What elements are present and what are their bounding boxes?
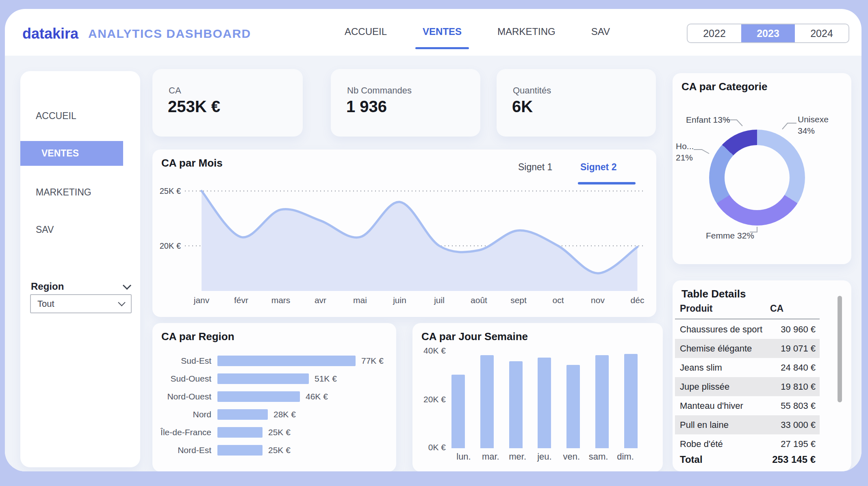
table-cell-produit: Manteau d'hiver bbox=[675, 401, 764, 411]
y-axis-tick: 40K € bbox=[417, 346, 446, 356]
year-toggle-group: 202220232024 bbox=[687, 24, 849, 43]
weekday-bar[interactable] bbox=[624, 354, 638, 448]
region-bar-label: Nord bbox=[161, 410, 217, 419]
x-axis-tick: dim. bbox=[613, 451, 638, 462]
region-bar-row: Île-de-France25K € bbox=[161, 423, 388, 441]
region-select-value: Tout bbox=[37, 299, 54, 309]
year-button-2024[interactable]: 2024 bbox=[795, 24, 848, 42]
region-bar-label: Sud-Est bbox=[161, 356, 217, 366]
nav-item-marketing[interactable]: MARKETING bbox=[495, 9, 558, 54]
y-axis-tick: 25K € bbox=[160, 187, 181, 195]
region-bar[interactable] bbox=[217, 427, 263, 438]
kpi-card-3: Quantités6K bbox=[497, 69, 656, 137]
region-bar-value: 77K € bbox=[361, 356, 384, 366]
region-bar-label: Île-de-France bbox=[161, 427, 217, 437]
kpi-label: Quantités bbox=[513, 85, 551, 96]
region-bar-label: Nord-Est bbox=[161, 445, 217, 455]
sidebar-item-ventes[interactable]: VENTES bbox=[20, 141, 123, 166]
x-axis-tick: sam. bbox=[586, 451, 611, 462]
table-total-label: Total bbox=[675, 454, 772, 465]
x-axis-tick: ven. bbox=[559, 451, 584, 462]
top-nav: ACCUEILVENTESMARKETINGSAV bbox=[342, 9, 612, 54]
table-cell-produit: Chaussures de sport bbox=[675, 324, 764, 335]
region-filter-header[interactable]: Region bbox=[31, 281, 130, 292]
table-cell-ca: 24 840 € bbox=[764, 362, 820, 373]
nav-item-sav[interactable]: SAV bbox=[589, 9, 612, 54]
region-bar[interactable] bbox=[217, 373, 309, 384]
area-chart-canvas: 25K €20K €janvfévrmarsavrmaijuinjuilaoût… bbox=[152, 150, 656, 317]
table-header-ca: CA bbox=[770, 303, 820, 314]
sidebar-item-marketing[interactable]: MARKETING bbox=[36, 187, 91, 198]
kpi-value: 253K € bbox=[168, 98, 220, 116]
x-axis-tick: juil bbox=[434, 295, 445, 305]
kpi-label: Nb Commandes bbox=[347, 85, 412, 96]
table-cell-produit: Robe d'été bbox=[675, 439, 764, 448]
card-ca-par-jour-semaine: CA par Jour Semaine 40K €20K €0K € lun.m… bbox=[412, 323, 663, 471]
donut-chart[interactable] bbox=[709, 130, 805, 226]
x-axis-tick: août bbox=[471, 295, 487, 305]
kpi-card-2: Nb Commandes1 936 bbox=[331, 69, 480, 137]
region-bar[interactable] bbox=[217, 409, 268, 420]
donut-label-homme: Ho...21% bbox=[676, 141, 694, 163]
nav-item-ventes[interactable]: VENTES bbox=[420, 9, 464, 54]
x-axis-tick: déc bbox=[631, 295, 644, 305]
year-button-2023[interactable]: 2023 bbox=[741, 24, 795, 42]
region-select[interactable]: Tout bbox=[30, 294, 132, 313]
chart-title: CA par Jour Semaine bbox=[421, 330, 528, 343]
year-button-2022[interactable]: 2022 bbox=[688, 24, 741, 42]
table-cell-produit: Jeans slim bbox=[675, 362, 764, 373]
table-cell-produit: Pull en laine bbox=[675, 420, 764, 430]
x-axis-tick: févr bbox=[234, 295, 248, 305]
x-axis-tick: oct bbox=[552, 295, 564, 305]
region-bar[interactable] bbox=[217, 391, 300, 402]
region-filter-label: Region bbox=[31, 281, 64, 292]
donut-label-enfant: Enfant 13% bbox=[686, 114, 730, 126]
x-axis-tick: jeu. bbox=[532, 451, 557, 462]
table-total-row: Total 253 145 € bbox=[675, 450, 820, 469]
region-bar-row: Nord-Est25K € bbox=[161, 441, 388, 459]
table-row: Chaussures de sport30 960 € bbox=[675, 320, 820, 339]
sidebar-item-sav[interactable]: SAV bbox=[36, 224, 54, 235]
sidebar: ACCUEILVENTESMARKETINGSAV Region Tout bbox=[20, 71, 140, 467]
table-row: Jupe plissée19 810 € bbox=[675, 377, 820, 396]
chevron-down-icon bbox=[118, 299, 125, 306]
table-total-value: 253 145 € bbox=[772, 454, 820, 465]
region-bar[interactable] bbox=[217, 356, 356, 366]
region-bar-label: Nord-Ouest bbox=[161, 392, 217, 401]
region-bar[interactable] bbox=[217, 445, 263, 456]
datakira-logo: datakira bbox=[22, 25, 78, 42]
x-axis-tick: lun. bbox=[451, 451, 476, 462]
table-cell-produit: Jupe plissée bbox=[675, 382, 764, 392]
weekday-bar[interactable] bbox=[566, 365, 580, 448]
table-row: Jeans slim24 840 € bbox=[675, 358, 820, 377]
weekday-bar[interactable] bbox=[451, 375, 465, 448]
card-table-details: Table Details Produit CA Chaussures de s… bbox=[673, 280, 851, 471]
x-axis-tick: nov bbox=[591, 295, 605, 305]
table-row: Robe d'été27 195 € bbox=[675, 434, 820, 448]
table-scroll-viewport[interactable]: Chaussures de sport30 960 €Chemise éléga… bbox=[675, 320, 820, 448]
x-axis-tick: avr bbox=[315, 295, 326, 305]
y-axis-tick: 20K € bbox=[160, 241, 181, 250]
donut-label-femme: Femme 32% bbox=[706, 230, 754, 241]
table-scrollbar-thumb[interactable] bbox=[838, 296, 842, 402]
table-cell-ca: 55 803 € bbox=[764, 401, 820, 411]
weekday-bar[interactable] bbox=[480, 355, 494, 448]
table-cell-ca: 27 195 € bbox=[764, 439, 820, 448]
x-axis-tick: janv bbox=[193, 295, 210, 305]
chart-title: CA par Categorie bbox=[681, 80, 767, 93]
sidebar-item-accueil[interactable]: ACCUEIL bbox=[36, 111, 76, 122]
x-axis-tick: mai bbox=[353, 295, 367, 305]
weekday-bar[interactable] bbox=[509, 361, 523, 448]
table-row: Pull en laine33 000 € bbox=[675, 415, 820, 434]
table-header-produit: Produit bbox=[675, 303, 770, 314]
x-axis-tick: mar. bbox=[478, 451, 503, 462]
region-bar-row: Sud-Ouest51K € bbox=[161, 370, 388, 388]
card-ca-par-categorie: CA par Categorie Enfant 13% Unisexe34% H… bbox=[673, 73, 851, 264]
kpi-card-1: CA253K € bbox=[152, 69, 303, 137]
table-cell-ca: 30 960 € bbox=[764, 324, 820, 335]
donut-label-unisexe: Unisexe34% bbox=[798, 114, 829, 137]
weekday-bar[interactable] bbox=[538, 358, 551, 448]
weekday-bar[interactable] bbox=[595, 355, 609, 448]
nav-item-accueil[interactable]: ACCUEIL bbox=[342, 9, 389, 54]
region-bar-value: 28K € bbox=[273, 410, 296, 419]
